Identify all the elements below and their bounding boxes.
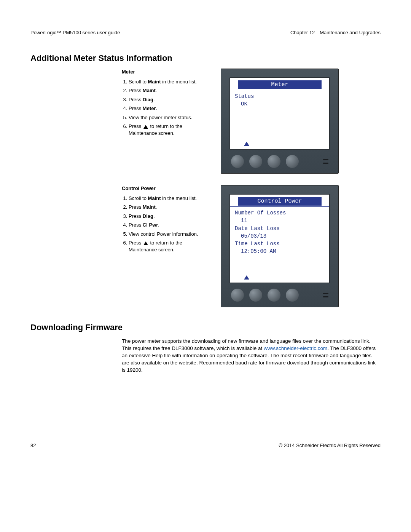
step: Press to return to the Maintenance scree…	[129, 240, 209, 253]
device-button[interactable]	[268, 155, 280, 168]
lcd-up-arrow-icon	[244, 275, 249, 280]
device-button[interactable]	[268, 289, 280, 302]
device-button[interactable]	[249, 289, 262, 302]
step: Press Meter.	[129, 105, 209, 112]
copyright: © 2014 Schneider Electric All Rights Res…	[279, 443, 381, 448]
page-header: PowerLogic™ PM5100 series user guide Cha…	[30, 30, 381, 38]
device-control-power: Control Power Number Of Losses 11 Date L…	[221, 185, 339, 307]
meter-heading: Meter	[122, 69, 209, 75]
step: View control Power information.	[129, 231, 209, 238]
lcd-line: Date Last Loss	[235, 225, 325, 232]
step: Press Maint.	[129, 204, 209, 211]
schneider-link[interactable]: www.schneider-electric.com	[264, 345, 327, 351]
step: Press Cl Pwr.	[129, 222, 209, 228]
header-left: PowerLogic™ PM5100 series user guide	[30, 30, 120, 35]
lcd-value: 12:05:00 AM	[235, 248, 325, 255]
lcd-value: 05/03/13	[235, 232, 325, 240]
step: Press Diag.	[129, 213, 209, 220]
control-power-heading: Control Power	[122, 185, 209, 192]
device-indicator	[323, 293, 328, 297]
page-footer: 82 © 2014 Schneider Electric All Rights …	[30, 440, 381, 448]
step: Press Maint.	[129, 87, 209, 94]
device-button[interactable]	[286, 155, 299, 168]
firmware-paragraph: The power meter supports the downloading…	[122, 338, 377, 374]
step: Scroll to Maint in the menu list.	[129, 195, 209, 202]
header-right: Chapter 12—Maintenance and Upgrades	[290, 30, 381, 35]
step: View the power meter status.	[129, 114, 209, 121]
device-button[interactable]	[249, 155, 262, 168]
lcd-up-arrow-icon	[244, 142, 249, 146]
step: Scroll to Maint in the menu list.	[129, 78, 209, 85]
page-number: 82	[30, 443, 36, 448]
step: Press Diag.	[129, 96, 209, 103]
lcd-line: Number Of Losses	[235, 209, 325, 217]
lcd-title: Control Power	[238, 197, 322, 206]
lcd-line: Time Last Loss	[235, 240, 325, 248]
step: Press to return to the Maintenance scree…	[129, 123, 209, 136]
device-button[interactable]	[231, 155, 244, 168]
device-button[interactable]	[231, 289, 244, 302]
section-title-firmware: Downloading Firmware	[30, 323, 381, 332]
lcd-line: Status	[235, 93, 325, 100]
lcd-line: OK	[235, 100, 325, 108]
lcd-title: Meter	[238, 80, 322, 89]
control-power-instructions: Control Power Scroll to Maint in the men…	[122, 185, 209, 255]
device-meter: Meter Status OK	[221, 69, 339, 174]
up-arrow-icon	[143, 125, 148, 129]
device-indicator	[323, 159, 328, 164]
device-button[interactable]	[286, 289, 299, 302]
up-arrow-icon	[143, 241, 148, 245]
meter-instructions: Meter Scroll to Maint in the menu list. …	[122, 69, 209, 139]
section-title-additional: Additional Meter Status Information	[30, 53, 381, 63]
lcd-value: 11	[235, 217, 325, 224]
